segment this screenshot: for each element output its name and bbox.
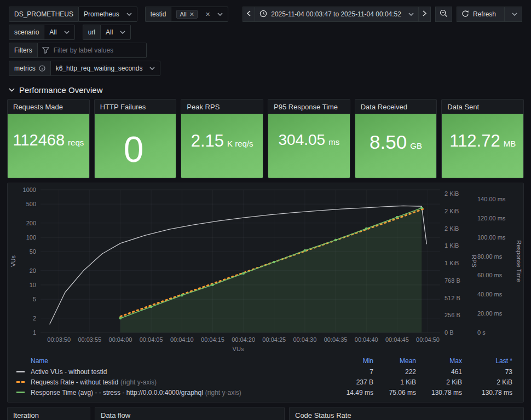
scenario-value: All (49, 28, 56, 36)
svg-text:512 B: 512 B (445, 295, 460, 301)
svg-text:00:03:50: 00:03:50 (47, 336, 71, 343)
svg-text:100: 100 (26, 234, 36, 241)
stat-suffix: reqs (68, 138, 84, 147)
legend-header-mean[interactable]: Mean (379, 355, 422, 366)
series-marker (15, 366, 31, 377)
stat-panel-peak-rps: Peak RPS 2.15 K req/s (181, 99, 263, 178)
legend-min: 14.49 ms (339, 387, 379, 398)
stat-suffix: GB (410, 141, 422, 150)
panel-title[interactable]: Iteration (8, 407, 90, 420)
svg-text:00:03:55: 00:03:55 (78, 336, 101, 343)
svg-text:10: 10 (30, 282, 36, 288)
clear-icon[interactable]: ✕ (205, 11, 210, 18)
stat-suffix: K req/s (227, 139, 253, 148)
funnel-icon (42, 47, 49, 54)
toolbar-row-1: DS_PROMETHEUS Prometheus testid All ✕ ✕ (9, 7, 522, 22)
var-datasource: DS_PROMETHEUS Prometheus (9, 7, 137, 22)
panel-title[interactable]: Data Received (355, 100, 437, 114)
svg-text:120.00 ms: 120.00 ms (477, 215, 506, 221)
panel-title[interactable]: P95 Response Time (268, 100, 350, 114)
testid-select[interactable]: All ✕ ✕ (171, 7, 228, 22)
panel-title[interactable]: HTTP Failures (95, 100, 176, 114)
chip-close-icon[interactable]: ✕ (189, 11, 194, 18)
var-url: url All (83, 25, 131, 40)
chevron-down-icon (9, 88, 15, 92)
url-value: All (106, 28, 113, 36)
scenario-select[interactable]: All (44, 25, 74, 40)
stat-value-area: 112468 reqs (8, 114, 89, 178)
zoom-out-button[interactable] (435, 7, 452, 22)
chevron-down-icon (120, 31, 125, 34)
stat-value-area: 8.50 GB (355, 114, 437, 178)
legend-max: 461 (422, 366, 467, 377)
bottom-row: Iteration Data flow Code Status Rate (7, 407, 524, 420)
chevron-down-icon (408, 13, 414, 16)
series-marker (15, 387, 31, 398)
svg-text:RPS: RPS (471, 255, 477, 267)
legend-header-max[interactable]: Max (422, 355, 467, 366)
toolbar-row-4: metrics k6_http_req_waiting_seconds (9, 61, 522, 76)
panel-title[interactable]: Data flow (95, 407, 284, 420)
chevron-left-icon (247, 10, 251, 18)
var-testid: testid All ✕ ✕ (145, 7, 228, 22)
svg-text:2 KiB: 2 KiB (445, 190, 459, 197)
legend-series-name[interactable]: Requests Rate - without testid (right y-… (31, 377, 339, 387)
stat-value: 304.05 (279, 132, 326, 148)
svg-text:00:04:10: 00:04:10 (170, 336, 194, 343)
legend-min: 237 B (339, 377, 379, 387)
svg-text:VUs: VUs (10, 255, 16, 267)
x-axis-label: VUs (8, 346, 523, 353)
svg-text:100.00 ms: 100.00 ms (477, 234, 506, 241)
legend-header-last[interactable]: Last * (467, 355, 518, 366)
legend-header-name[interactable]: Name (31, 355, 339, 366)
testid-label: testid (145, 7, 171, 22)
svg-text:00:04:00: 00:04:00 (109, 336, 132, 343)
filters-label: Filters (9, 43, 37, 58)
svg-text:1 KiB: 1 KiB (445, 242, 459, 249)
legend-series-name[interactable]: Response Time (avg) - - stress - http://… (31, 387, 339, 398)
svg-text:Response Time: Response Time (516, 240, 522, 282)
svg-text:40.00 ms: 40.00 ms (477, 291, 503, 298)
panel-title[interactable]: Data Sent (442, 100, 523, 114)
timeseries-chart[interactable]: 125102050100200500100000:03:5000:03:5500… (8, 183, 523, 345)
refresh-label: Refresh (473, 10, 496, 18)
svg-text:00:04:05: 00:04:05 (140, 336, 163, 343)
legend-header-marker (15, 355, 31, 366)
url-label: url (83, 25, 100, 40)
time-range-picker-button[interactable]: 2025-11-04 00:03:47 to 2025-11-04 00:04:… (255, 7, 419, 22)
stats-row: Requests Made 112468 reqs HTTP Failures … (7, 99, 524, 178)
metrics-label: metrics (9, 61, 50, 76)
legend-header-min[interactable]: Min (339, 355, 379, 366)
filters-input[interactable] (53, 46, 142, 55)
timeseries-panel: 125102050100200500100000:03:5000:03:5500… (7, 183, 524, 402)
legend-series-name[interactable]: Active VUs - without testid (31, 366, 339, 377)
svg-text:200: 200 (26, 220, 36, 226)
legend-mean: 1 KiB (379, 377, 422, 387)
testid-chip[interactable]: All ✕ (176, 10, 197, 19)
panel-title[interactable]: Code Status Rate (290, 407, 523, 420)
url-select[interactable]: All (100, 25, 131, 40)
chevron-down-icon[interactable] (512, 13, 517, 16)
svg-text:768 B: 768 B (445, 277, 460, 284)
svg-text:00:04:40: 00:04:40 (355, 336, 378, 343)
stat-value: 8.50 (370, 132, 407, 151)
scenario-label: scenario (9, 25, 44, 40)
code-status-rate-panel: Code Status Rate (289, 407, 524, 420)
datasource-select[interactable]: Prometheus (78, 7, 137, 22)
time-shift-forward-button[interactable] (419, 7, 431, 22)
chevron-right-icon (423, 10, 426, 18)
legend-mean: 222 (379, 366, 422, 377)
stat-panel-http-failures: HTTP Failures 0 (94, 99, 177, 178)
stat-value-area: 112.72 MB (442, 114, 523, 178)
clock-icon (259, 10, 267, 19)
divider (504, 7, 505, 21)
refresh-button[interactable]: Refresh (457, 7, 522, 22)
svg-text:80.00 ms: 80.00 ms (477, 253, 503, 260)
panel-title[interactable]: Peak RPS (181, 100, 263, 114)
section-performance-overview[interactable]: Performance Overview (9, 84, 522, 96)
time-shift-back-button[interactable] (243, 7, 255, 22)
metrics-select[interactable]: k6_http_req_waiting_seconds (50, 61, 161, 76)
panel-title[interactable]: Requests Made (8, 100, 89, 114)
stat-suffix: ms (328, 137, 339, 147)
metrics-label-text: metrics (14, 65, 36, 72)
